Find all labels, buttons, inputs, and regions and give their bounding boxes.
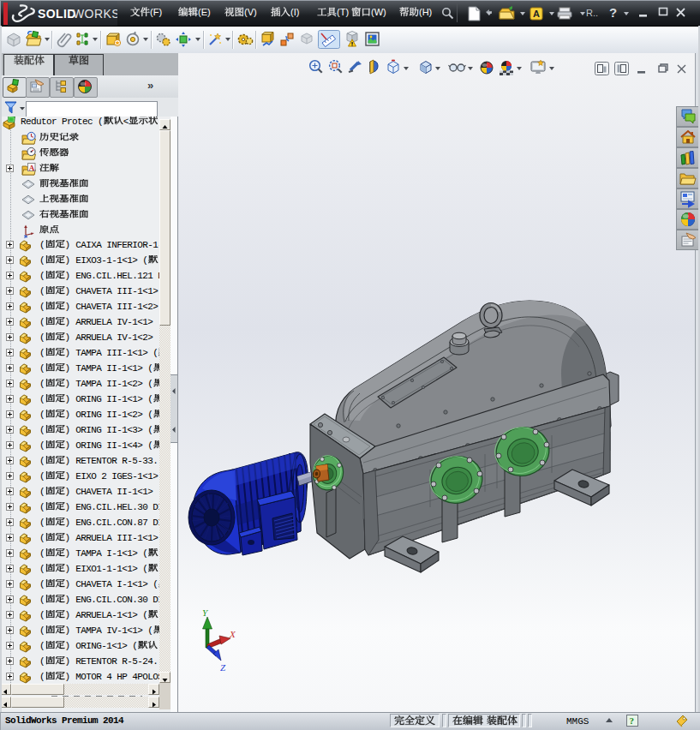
svg-text:A: A <box>533 9 540 19</box>
svg-text:Y: Y <box>202 607 209 618</box>
svg-text:Z: Z <box>220 662 226 673</box>
svg-text:SOLID: SOLID <box>38 7 76 21</box>
svg-text:X: X <box>229 629 236 639</box>
svg-text:?: ? <box>630 715 635 726</box>
svg-text:WORKS: WORKS <box>73 7 117 21</box>
